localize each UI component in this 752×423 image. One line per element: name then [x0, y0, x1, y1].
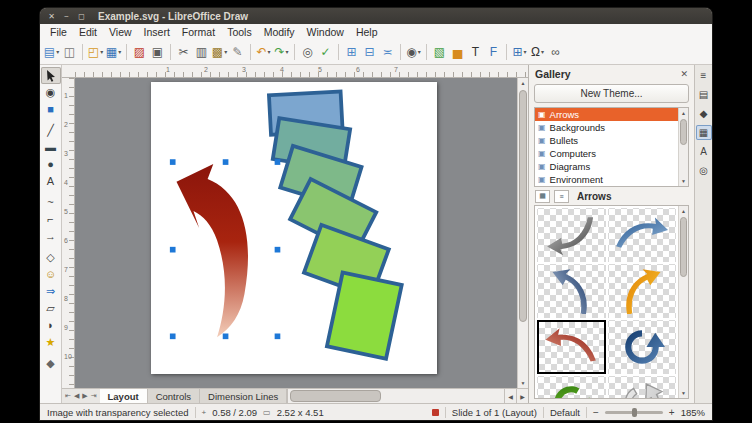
zoom-icon[interactable]: ◉▾ — [405, 42, 422, 62]
gallery-item-circular-arrow-navy[interactable] — [608, 320, 677, 374]
minimize-button[interactable]: − — [61, 11, 72, 22]
lines-arrows-tool[interactable]: → — [41, 228, 61, 245]
sidebar-menu-icon[interactable]: ≡ — [696, 68, 712, 83]
layer-tab-dimension-lines[interactable]: Dimension Lines — [200, 389, 287, 403]
menu-insert[interactable]: Insert — [138, 26, 176, 38]
text-tool[interactable]: A — [41, 173, 61, 190]
print-icon[interactable]: ▣ — [149, 42, 166, 62]
scroll-thumb[interactable] — [519, 90, 527, 322]
layer-tab-controls[interactable]: Controls — [148, 389, 200, 403]
gallery-theme-bullets[interactable]: ▣Bullets — [535, 134, 678, 147]
scroll-down-icon[interactable]: ▼ — [679, 388, 688, 398]
zoom-out-button[interactable]: − — [593, 407, 599, 418]
snap-to-grid-icon[interactable]: ⊟ — [361, 42, 378, 62]
dropdown-arrow-icon[interactable]: ▾ — [118, 49, 121, 55]
selection-handle[interactable] — [170, 333, 176, 339]
zoom-slider[interactable] — [605, 411, 663, 414]
connector-tool[interactable]: ⌐ — [41, 211, 61, 228]
gallery-theme-environment[interactable]: ▣Environment — [535, 173, 678, 186]
scroll-up-icon[interactable]: ▲ — [679, 206, 688, 216]
dropdown-arrow-icon[interactable]: ▾ — [286, 49, 289, 55]
scroll-down-icon[interactable]: ▼ — [679, 176, 688, 186]
menu-modify[interactable]: Modify — [258, 26, 301, 38]
display-grid-icon[interactable]: ⊞ — [343, 42, 360, 62]
callouts-tool[interactable]: ◗ — [41, 317, 61, 334]
export-pdf-icon[interactable]: ▨ — [131, 42, 148, 62]
save-icon[interactable]: ▦▾ — [105, 42, 122, 62]
horizontal-ruler[interactable]: 1234567 — [62, 65, 528, 78]
scroll-thumb[interactable] — [680, 217, 687, 277]
selection-handle[interactable] — [223, 159, 229, 165]
panel-close-icon[interactable]: ✕ — [680, 69, 688, 79]
menu-format[interactable]: Format — [176, 26, 221, 38]
icon-view-button[interactable]: ▦ — [535, 190, 550, 203]
fill-color-tool[interactable]: ■ — [41, 101, 61, 118]
templates-icon[interactable]: ◫ — [61, 42, 78, 62]
dropdown-arrow-icon[interactable]: ▾ — [56, 49, 59, 55]
page-style[interactable]: Default — [550, 407, 580, 418]
paste-icon[interactable]: ▩▾ — [211, 42, 228, 62]
canvas[interactable] — [75, 78, 517, 388]
gallery-item-curved-arrow-red[interactable] — [537, 320, 606, 374]
maximize-button[interactable]: ◻ — [76, 11, 87, 22]
scroll-track[interactable] — [518, 88, 528, 378]
helplines-icon[interactable]: ≍ — [379, 42, 396, 62]
symbol-shapes-tool[interactable]: ☺ — [41, 266, 61, 283]
sidebar-gallery-icon[interactable]: ▦ — [696, 125, 712, 140]
selection-handle[interactable] — [275, 333, 281, 339]
dropdown-arrow-icon[interactable]: ▾ — [268, 49, 271, 55]
line-tool[interactable]: ╱ — [41, 122, 61, 139]
dropdown-arrow-icon[interactable]: ▾ — [418, 49, 421, 55]
scroll-right-icon[interactable]: ▶ — [516, 389, 528, 403]
basic-shapes-tool[interactable]: ◇ — [41, 249, 61, 266]
scroll-down-icon[interactable]: ▼ — [518, 378, 528, 388]
find-replace-icon[interactable]: ◎ — [299, 42, 316, 62]
zoom-level[interactable]: 185% — [681, 407, 705, 418]
block-arrows-tool[interactable]: ⇒ — [41, 283, 61, 300]
scroll-track[interactable] — [287, 389, 504, 403]
menu-file[interactable]: File — [44, 26, 73, 38]
dropdown-arrow-icon[interactable]: ▾ — [541, 49, 544, 55]
sidebar-properties-icon[interactable]: ▤ — [696, 87, 712, 102]
special-character-icon[interactable]: Ω▾ — [529, 42, 546, 62]
scroll-thumb[interactable] — [680, 119, 687, 145]
scroll-track[interactable] — [679, 118, 688, 176]
titlebar[interactable]: ✕−◻ Example.svg - LibreOffice Draw — [40, 8, 712, 24]
detail-view-button[interactable]: ≡ — [554, 190, 569, 203]
thumbnail-scrollbar[interactable]: ▲ ▼ — [678, 206, 688, 398]
gallery-theme-diagrams[interactable]: ▣Diagrams — [535, 160, 678, 173]
red-curved-arrow-image[interactable] — [176, 164, 248, 337]
horizontal-scrollbar[interactable]: ◀ ▶ — [287, 389, 528, 403]
hyperlink-icon[interactable]: ∞ — [547, 42, 564, 62]
layer-nav-arrow[interactable]: ◀ — [74, 392, 79, 400]
gallery-item-circular-arrow-green[interactable] — [537, 376, 606, 398]
scroll-up-icon[interactable]: ▲ — [518, 78, 528, 88]
fontwork-icon[interactable]: F — [485, 42, 502, 62]
menu-help[interactable]: Help — [350, 26, 384, 38]
gallery-theme-arrows[interactable]: ▣Arrows — [535, 108, 678, 121]
stars-tool[interactable]: ★ — [41, 334, 61, 351]
scroll-track[interactable] — [679, 216, 688, 388]
layer-nav-arrow[interactable]: ⇤ — [65, 392, 71, 400]
curve-tool[interactable]: ~ — [41, 194, 61, 211]
redo-icon[interactable]: ↷▾ — [273, 42, 290, 62]
layer-tab-layout[interactable]: Layout — [100, 389, 148, 403]
selection-handle[interactable] — [170, 247, 176, 253]
theme-list-scrollbar[interactable]: ▲ ▼ — [678, 108, 688, 186]
document-modified-icon[interactable] — [432, 409, 439, 416]
selection-handle[interactable] — [223, 333, 229, 339]
ellipse-tool[interactable]: ● — [41, 156, 61, 173]
selection-handle[interactable] — [275, 247, 281, 253]
dropdown-arrow-icon[interactable]: ▾ — [224, 49, 227, 55]
insert-chart-icon[interactable]: ▅ — [449, 42, 466, 62]
dropdown-arrow-icon[interactable]: ▾ — [524, 49, 527, 55]
gallery-theme-backgrounds[interactable]: ▣Backgrounds — [535, 121, 678, 134]
gallery-item-straight-arrow-navy[interactable] — [537, 264, 606, 318]
scroll-thumb[interactable] — [290, 390, 381, 402]
gallery-theme-computers[interactable]: ▣Computers — [535, 147, 678, 160]
vertical-scrollbar[interactable]: ▲ ▼ — [517, 78, 528, 388]
menu-window[interactable]: Window — [301, 26, 350, 38]
layer-nav-arrow[interactable]: ▶ — [82, 392, 87, 400]
spelling-icon[interactable]: ✓ — [317, 42, 334, 62]
rectangle-tool[interactable]: ▬ — [41, 139, 61, 156]
